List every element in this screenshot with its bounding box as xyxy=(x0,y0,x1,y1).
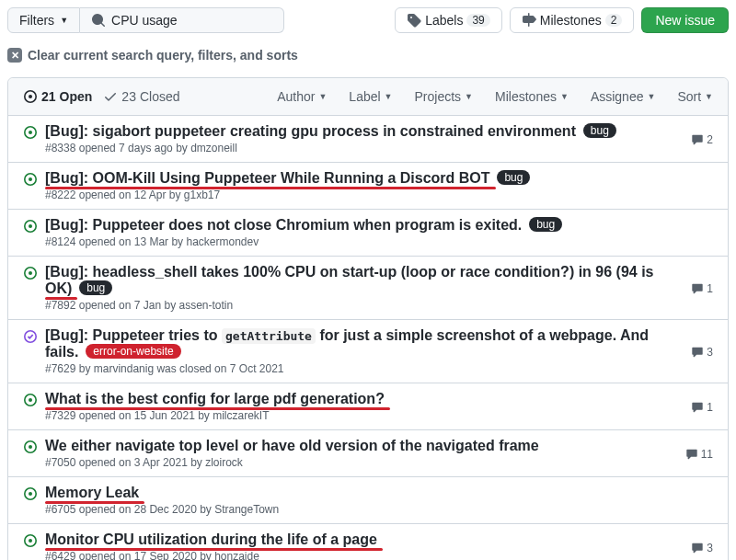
comments-count[interactable]: 11 xyxy=(685,440,713,469)
check-icon xyxy=(103,89,118,104)
caret-down-icon: ▼ xyxy=(705,92,713,101)
issue-label[interactable]: bug xyxy=(79,280,112,295)
issue-open-icon xyxy=(23,219,38,248)
issue-row: [Bug]: OOM-Kill Using Puppeteer While Ru… xyxy=(8,163,728,210)
filters-button[interactable]: Filters ▼ xyxy=(7,7,80,33)
issue-open-icon xyxy=(23,266,38,312)
issue-label[interactable]: error-on-website xyxy=(86,344,180,359)
issue-meta: #7629 by marvindanig was closed on 7 Oct… xyxy=(45,362,680,375)
clear-search-link[interactable]: ✕ Clear current search query, filters, a… xyxy=(7,48,729,63)
filters-label: Filters xyxy=(19,13,54,28)
issue-meta: #6705 opened on 28 Dec 2020 by StrangeTo… xyxy=(45,503,713,516)
search-icon xyxy=(91,13,106,28)
highlight-underline xyxy=(45,297,77,300)
issue-meta: #7892 opened on 7 Jan by assen-totin xyxy=(45,299,680,312)
issue-body: [Bug]: OOM-Kill Using Puppeteer While Ru… xyxy=(45,170,713,201)
filter-assignee[interactable]: Assignee▼ xyxy=(591,89,656,104)
toolbar: Filters ▼ Labels 39 Milestones 2 New iss… xyxy=(7,7,729,33)
issue-title-link[interactable]: What is the best config for large pdf ge… xyxy=(45,391,385,406)
clear-x-icon: ✕ xyxy=(7,48,22,63)
issue-title-link[interactable]: [Bug]: sigabort puppeteer creating gpu p… xyxy=(45,123,576,139)
labels-button[interactable]: Labels 39 xyxy=(395,7,502,33)
issue-open-icon xyxy=(23,89,38,104)
issue-row: What is the best config for large pdf ge… xyxy=(8,383,728,430)
tab-closed[interactable]: 23 Closed xyxy=(103,89,179,104)
issue-row: We either navigate top level or have old… xyxy=(8,430,728,477)
issue-title-row: [Bug]: Puppeteer does not close Chromium… xyxy=(45,218,522,233)
issue-meta: #7329 opened on 15 Jun 2021 by milczarek… xyxy=(45,409,680,422)
filter-milestones[interactable]: Milestones▼ xyxy=(495,89,569,104)
issue-label[interactable]: bug xyxy=(529,217,562,232)
filter-label[interactable]: Label▼ xyxy=(349,89,392,104)
issue-body: [Bug]: Puppeteer tries to getAttribute f… xyxy=(45,327,680,375)
issue-title-link[interactable]: [Bug]: Puppeteer does not close Chromium… xyxy=(45,217,522,233)
issue-row: Monitor CPU utilization during the life … xyxy=(8,524,728,560)
search-field-wrap[interactable] xyxy=(80,7,284,33)
caret-down-icon: ▼ xyxy=(318,92,327,101)
caret-down-icon: ▼ xyxy=(60,16,68,25)
comments-count[interactable]: 2 xyxy=(691,125,713,154)
milestone-icon xyxy=(522,13,536,28)
svg-point-14 xyxy=(29,445,32,449)
highlight-underline xyxy=(45,501,144,504)
filter-sort[interactable]: Sort▼ xyxy=(677,89,713,104)
issue-title-row: [Bug]: sigabort puppeteer creating gpu p… xyxy=(45,124,576,139)
new-issue-button[interactable]: New issue xyxy=(641,7,729,33)
issue-open-icon xyxy=(23,172,38,201)
issue-title-row: [Bug]: OOM-Kill Using Puppeteer While Ru… xyxy=(45,171,490,186)
svg-point-7 xyxy=(29,224,32,228)
filter-author[interactable]: Author▼ xyxy=(277,89,327,104)
issue-title-link[interactable]: [Bug]: OOM-Kill Using Puppeteer While Ru… xyxy=(45,170,490,186)
svg-point-18 xyxy=(29,539,32,543)
issue-body: Monitor CPU utilization during the life … xyxy=(45,531,680,560)
issue-meta: #8124 opened on 13 Mar by hackermondev xyxy=(45,235,713,248)
issue-open-icon xyxy=(23,125,38,154)
highlight-underline xyxy=(45,187,496,189)
issue-row: [Bug]: headless_shell takes 100% CPU on … xyxy=(8,257,728,320)
issue-title-row: Monitor CPU utilization during the life … xyxy=(45,532,377,547)
caret-down-icon: ▼ xyxy=(560,92,569,101)
issue-body: Memory Leak#6705 opened on 28 Dec 2020 b… xyxy=(45,485,713,516)
issue-title-link[interactable]: Memory Leak xyxy=(45,485,139,500)
issue-title-link[interactable]: We either navigate top level or have old… xyxy=(45,438,539,453)
highlight-underline xyxy=(45,548,383,551)
svg-point-5 xyxy=(29,177,32,181)
comments-count[interactable]: 1 xyxy=(691,266,713,312)
clear-search-text: Clear current search query, filters, and… xyxy=(28,48,298,63)
filter-projects[interactable]: Projects▼ xyxy=(415,89,474,104)
issue-row: Memory Leak#6705 opened on 28 Dec 2020 b… xyxy=(8,477,728,524)
issue-title-link[interactable]: Monitor CPU utilization during the life … xyxy=(45,531,377,547)
svg-point-16 xyxy=(29,492,32,496)
issue-open-icon xyxy=(23,533,38,560)
closed-count: 23 xyxy=(121,89,136,104)
issue-row: [Bug]: sigabort puppeteer creating gpu p… xyxy=(8,116,728,163)
search-input[interactable] xyxy=(111,13,272,28)
svg-point-3 xyxy=(29,131,32,134)
labels-count: 39 xyxy=(466,14,489,27)
tab-open[interactable]: 21 Open xyxy=(23,89,92,104)
comments-count[interactable]: 3 xyxy=(691,329,713,375)
issue-meta: #6429 opened on 17 Sep 2020 by honzajde xyxy=(45,550,680,560)
issue-body: [Bug]: Puppeteer does not close Chromium… xyxy=(45,217,713,248)
comments-count[interactable]: 3 xyxy=(691,533,713,560)
issue-open-icon xyxy=(23,440,38,469)
issue-title-row: We either navigate top level or have old… xyxy=(45,439,539,453)
issue-label[interactable]: bug xyxy=(497,170,530,185)
labels-label: Labels xyxy=(425,13,463,28)
issue-label[interactable]: bug xyxy=(583,123,616,138)
issue-body: We either navigate top level or have old… xyxy=(45,438,674,469)
issue-open-icon xyxy=(23,393,38,422)
issue-title-row: Memory Leak xyxy=(45,486,139,500)
issue-title-link[interactable]: [Bug]: headless_shell takes 100% CPU on … xyxy=(45,264,653,296)
caret-down-icon: ▼ xyxy=(647,92,655,101)
issue-meta: #8222 opened on 12 Apr by g1xb17 xyxy=(45,189,713,201)
milestones-button[interactable]: Milestones 2 xyxy=(510,7,635,33)
inline-code: getAttribute xyxy=(222,328,316,344)
filters-search-group: Filters ▼ xyxy=(7,7,284,33)
issues-container: [Bug]: sigabort puppeteer creating gpu p… xyxy=(8,116,728,560)
issue-title-row: What is the best config for large pdf ge… xyxy=(45,392,385,406)
caret-down-icon: ▼ xyxy=(465,92,473,101)
issue-title-row: [Bug]: headless_shell takes 100% CPU on … xyxy=(45,265,653,296)
comments-count[interactable]: 1 xyxy=(691,393,713,422)
issue-open-icon xyxy=(23,486,38,516)
